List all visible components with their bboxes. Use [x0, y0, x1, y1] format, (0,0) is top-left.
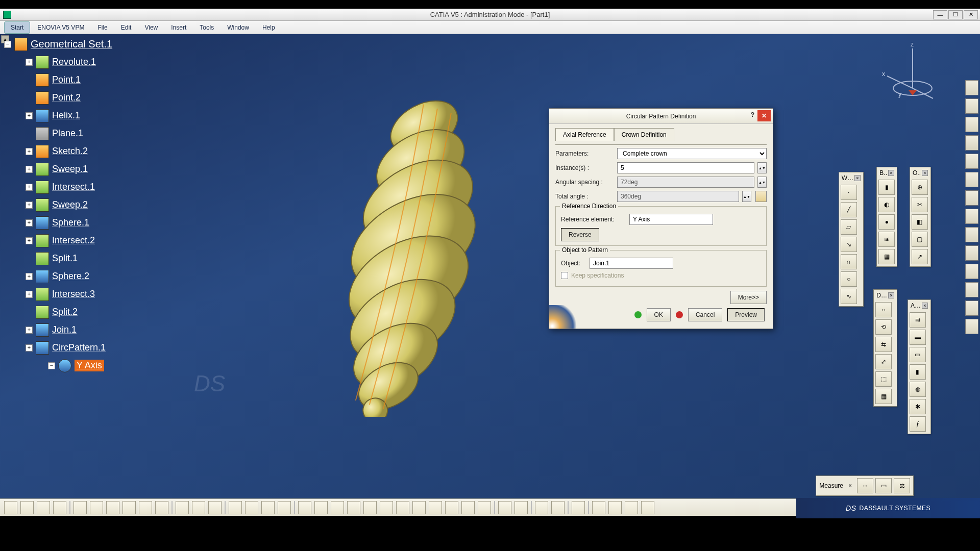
tree-expand-icon[interactable]: +: [26, 327, 33, 334]
sweep-tool[interactable]: ≋: [878, 232, 895, 247]
toolbox-measure[interactable]: Measure × ↔ ▭ ⚖: [816, 475, 914, 496]
paste-button[interactable]: [106, 501, 119, 514]
iso-button[interactable]: [429, 501, 442, 514]
point-tool[interactable]: ·: [841, 185, 857, 200]
knowledge-button[interactable]: [965, 209, 978, 224]
work-button[interactable]: [245, 501, 258, 514]
center-button[interactable]: [298, 501, 311, 514]
menu-start[interactable]: Start: [4, 21, 30, 34]
formula-button[interactable]: [755, 191, 767, 202]
tree-axis-label[interactable]: Y Axis: [75, 360, 104, 371]
tree-item[interactable]: +Helix.1: [26, 107, 112, 124]
open-button[interactable]: [20, 501, 34, 514]
zoomin-button[interactable]: [363, 501, 377, 514]
toolbox-b[interactable]: B..× ▮ ◐ ● ≋ ▦: [876, 167, 897, 267]
tree-item-label[interactable]: Plane.1: [52, 128, 83, 139]
tree-item-label[interactable]: Sphere.2: [52, 271, 89, 282]
close-button[interactable]: ✕: [964, 10, 978, 19]
tree-expand-icon[interactable]: +: [26, 219, 33, 227]
tree-item[interactable]: +Intersect.1: [26, 178, 112, 196]
tree-item-label[interactable]: Intersect.1: [52, 182, 95, 192]
affinity-tool[interactable]: ⬚: [875, 371, 892, 387]
parameters-select[interactable]: Complete crown: [617, 148, 767, 159]
tree-expand-icon[interactable]: +: [26, 184, 33, 191]
axis-button[interactable]: [229, 501, 242, 514]
tree-item[interactable]: +Revolute.1: [26, 53, 112, 71]
redo-button[interactable]: [139, 501, 152, 514]
print-button[interactable]: [53, 501, 66, 514]
close-surface-tool[interactable]: ◍: [910, 382, 926, 397]
render-button[interactable]: [445, 501, 458, 514]
viewport[interactable]: ▲ DS: [0, 34, 980, 498]
cut-button[interactable]: [74, 501, 87, 514]
tree-item-label[interactable]: Point.1: [52, 74, 81, 85]
curve-tool[interactable]: ∿: [841, 289, 857, 304]
toolbox-close-icon[interactable]: ×: [922, 303, 928, 309]
toolbox-close-icon[interactable]: ×: [888, 170, 894, 176]
menu-enovia[interactable]: ENOVIA V5 VPM: [31, 22, 90, 33]
join-tool[interactable]: ⊕: [912, 180, 928, 195]
catalog-button[interactable]: [572, 501, 585, 514]
menu-help[interactable]: Help: [256, 22, 281, 33]
tree-expand-icon[interactable]: +: [26, 59, 33, 66]
machining-button[interactable]: [965, 190, 978, 206]
toolbox-w[interactable]: W…× · ╱ ▱ ↘ ∩ ○ ∿: [839, 172, 864, 307]
dialog-help-button[interactable]: ?: [751, 111, 754, 118]
tree-expand-icon[interactable]: +: [26, 291, 33, 298]
new-button[interactable]: [4, 501, 17, 514]
tree-item-label[interactable]: Point.2: [52, 92, 81, 103]
menu-view[interactable]: View: [138, 22, 164, 33]
toolbox-a[interactable]: A…× ⇉ ▬ ▭ ▮ ◍ ✱ ƒ: [908, 299, 931, 434]
tree-item[interactable]: +Join.1: [26, 321, 112, 339]
tree-item[interactable]: +Sweep.1: [26, 160, 112, 178]
toolbox-close-icon[interactable]: ×: [848, 482, 852, 489]
dialog-titlebar[interactable]: Circular Pattern Definition ? ✕: [549, 109, 773, 124]
tree-expand-icon[interactable]: +: [26, 202, 33, 209]
menu-tools[interactable]: Tools: [193, 22, 220, 33]
symmetry-tool[interactable]: ⇆: [875, 337, 892, 352]
extrude-tool[interactable]: ▮: [878, 180, 895, 195]
tree-root-label[interactable]: Geometrical Set.1: [31, 38, 112, 50]
measure-item-tool[interactable]: ▭: [875, 478, 892, 493]
comment-button[interactable]: [192, 501, 205, 514]
tree-item-label[interactable]: Helix.1: [52, 110, 80, 121]
rib-tool[interactable]: ▬: [910, 330, 926, 345]
tree-item-label[interactable]: Join.1: [52, 324, 77, 335]
more-button[interactable]: More>>: [730, 291, 767, 304]
image-button[interactable]: [208, 501, 222, 514]
boundary-tool[interactable]: ▢: [912, 232, 928, 247]
formula-button[interactable]: [176, 501, 189, 514]
sew-tool[interactable]: ✱: [910, 399, 926, 414]
translate-tool[interactable]: ↔: [875, 302, 892, 317]
whatsthis-button[interactable]: [155, 501, 168, 514]
ok-button[interactable]: OK: [647, 308, 671, 321]
tree-item[interactable]: Point.1: [26, 71, 112, 89]
tree-item-label[interactable]: Intersect.2: [52, 235, 95, 246]
tree-expand-icon[interactable]: +: [26, 344, 33, 352]
dmu-button[interactable]: [965, 264, 978, 279]
tree-item-label[interactable]: Intersect.3: [52, 289, 95, 299]
tab-crown-definition[interactable]: Crown Definition: [614, 128, 674, 141]
tree-expand-icon[interactable]: +: [26, 148, 33, 155]
toolbox-d[interactable]: D…× ↔ ⟲ ⇆ ⤢ ⬚ ▦: [873, 289, 897, 407]
multiview-button[interactable]: [412, 501, 426, 514]
compass[interactable]: z x y: [878, 39, 939, 101]
instances-input[interactable]: [617, 162, 754, 173]
turn-button[interactable]: [641, 501, 654, 514]
copy-button[interactable]: [90, 501, 103, 514]
hide-button[interactable]: [498, 501, 511, 514]
tree-item-label[interactable]: Sweep.2: [52, 199, 88, 210]
tree-item-label[interactable]: CircPattern.1: [52, 342, 106, 353]
scaling-tool[interactable]: ⤢: [875, 354, 892, 369]
3d-model[interactable]: [214, 70, 582, 417]
sketch-button[interactable]: [965, 98, 978, 114]
maximize-button[interactable]: ☐: [948, 10, 963, 19]
freestyle-button[interactable]: [965, 245, 978, 261]
gsd-button[interactable]: [965, 227, 978, 242]
thick-tool[interactable]: ▮: [910, 364, 926, 380]
pattern-tool[interactable]: ▦: [875, 389, 892, 404]
law-tool[interactable]: ƒ: [910, 416, 926, 432]
sphere-tool[interactable]: ●: [878, 214, 895, 230]
rotate-tool[interactable]: ⟲: [875, 319, 892, 335]
tree-item[interactable]: +Sketch.2: [26, 142, 112, 160]
